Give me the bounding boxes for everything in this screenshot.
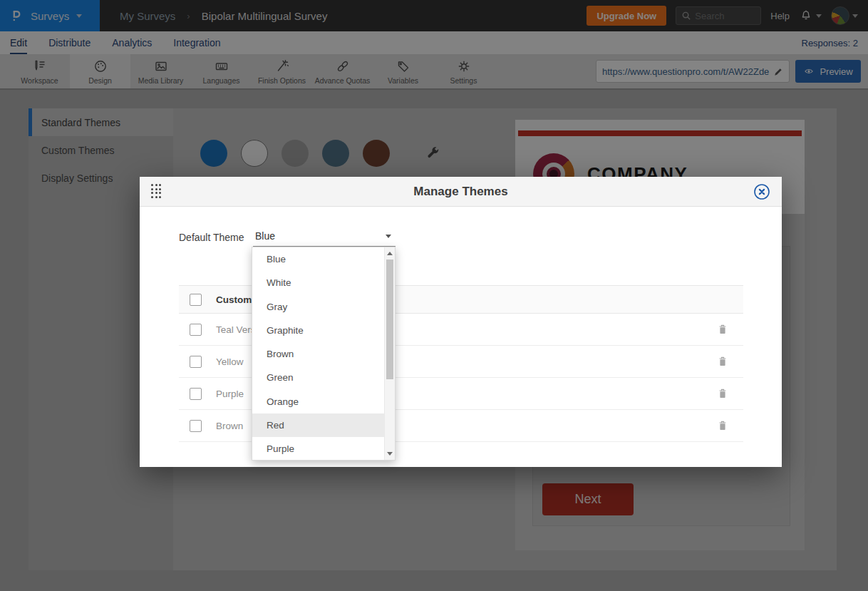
theme-name: Purple	[216, 389, 244, 399]
option-gray[interactable]: Gray	[252, 295, 385, 319]
option-purple[interactable]: Purple	[252, 437, 385, 461]
option-graphite[interactable]: Graphite	[252, 319, 385, 342]
row-checkbox[interactable]	[190, 420, 202, 432]
default-theme-select[interactable]: Blue	[253, 227, 396, 247]
modal-title: Manage Themes	[140, 177, 782, 207]
scrollbar-thumb[interactable]	[386, 259, 393, 379]
manage-themes-modal: Manage Themes Default Theme Blue Blue Wh…	[140, 177, 782, 467]
scroll-up-icon[interactable]	[387, 252, 393, 255]
option-red[interactable]: Red	[252, 413, 385, 437]
row-checkbox[interactable]	[190, 324, 202, 336]
row-checkbox[interactable]	[190, 356, 202, 368]
scroll-down-icon[interactable]	[387, 452, 393, 456]
trash-icon[interactable]	[717, 323, 728, 336]
theme-name: Yellow	[216, 356, 244, 367]
select-all-checkbox[interactable]	[190, 294, 202, 306]
option-blue[interactable]: Blue	[252, 247, 385, 271]
option-brown[interactable]: Brown	[252, 342, 385, 366]
theme-name: Brown	[216, 421, 243, 431]
option-orange[interactable]: Orange	[252, 390, 385, 413]
default-theme-label: Default Theme	[179, 232, 244, 243]
close-icon[interactable]	[753, 183, 770, 200]
option-white[interactable]: White	[252, 271, 385, 294]
trash-icon[interactable]	[717, 387, 728, 400]
chevron-down-icon	[386, 235, 391, 238]
row-checkbox[interactable]	[190, 388, 202, 400]
option-green[interactable]: Green	[252, 366, 385, 389]
select-value: Blue	[255, 230, 275, 242]
questionpro-app: Surveys My Surveys › Bipolar Multilingua…	[0, 0, 868, 591]
dropdown-scrollbar[interactable]	[384, 247, 395, 460]
theme-dropdown-list: Blue White Gray Graphite Brown Green Ora…	[252, 247, 396, 461]
trash-icon[interactable]	[717, 419, 728, 432]
trash-icon[interactable]	[717, 355, 728, 368]
modal-header: Manage Themes	[140, 177, 782, 207]
